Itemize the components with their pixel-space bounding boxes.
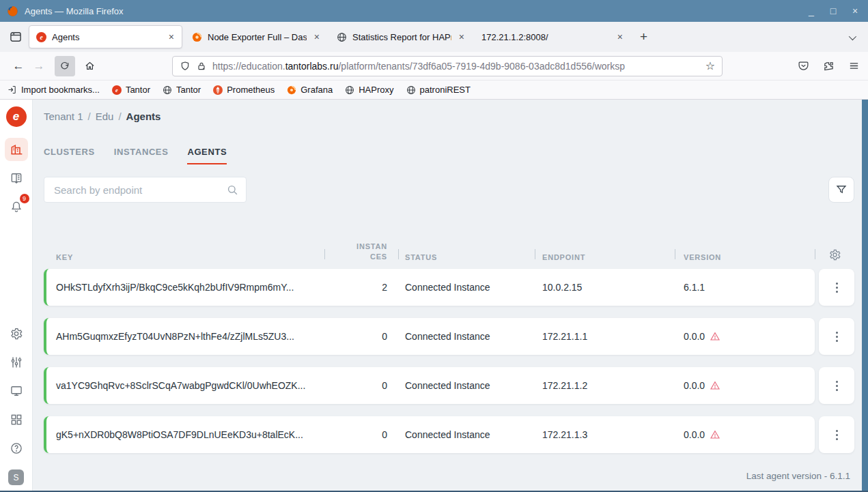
column-header-version[interactable]: VERSION [675,253,815,261]
firefox-view-button[interactable] [5,27,26,47]
sidebar-item-apps[interactable] [5,408,28,431]
column-header-status[interactable]: STATUS [398,253,535,261]
sidebar-item-parameters[interactable] [5,351,28,374]
agent-status: Connected Instance [398,429,535,440]
search-input[interactable] [54,184,226,196]
column-header-endpoint[interactable]: ENDPOINT [535,253,675,261]
tab-label: 172.21.1.2:8008/ [481,32,610,42]
notification-badge: 9 [20,194,29,203]
tab-label: Statistics Report for HAPro [352,32,451,42]
column-header-instances[interactable]: INSTAN CES [324,242,398,261]
new-tab-button[interactable]: + [633,29,654,44]
tab-label: Agents [52,32,161,42]
list-all-tabs-button[interactable] [841,31,863,43]
lock-warning-icon[interactable] [196,61,207,72]
tab-clusters[interactable]: CLUSTERS [44,147,95,164]
tab-agents[interactable]: e Agents × [29,25,182,48]
bookmark-grafana[interactable]: Grafana [287,85,333,95]
shield-icon[interactable] [180,61,191,72]
table-row[interactable]: va1YC9GhqRvc+8SclrSCqA7wabgPgwdCKl/0UwhE… [44,367,868,404]
breadcrumb-current: Agents [126,111,161,122]
row-menu-button[interactable] [819,416,854,453]
agent-endpoint: 172.21.1.1 [535,331,675,342]
maximize-button[interactable]: □ [827,5,839,16]
tab-agents-section[interactable]: AGENTS [187,147,227,164]
sidebar-item-help[interactable] [5,437,28,460]
forward-button[interactable]: → [29,56,49,76]
tab-close-icon[interactable]: × [615,31,625,42]
bookmark-import[interactable]: Import bookmarks... [7,85,100,95]
app-sidebar: e 9 [0,100,33,491]
extensions-puzzle-icon[interactable] [823,60,835,72]
bookmark-tantor[interactable]: e Tantor [112,85,150,95]
bookmark-haproxy[interactable]: HAProxy [345,85,393,95]
globe-icon [345,85,354,95]
tab-close-icon[interactable]: × [312,31,322,42]
table-row[interactable]: AHm5GuqmxzEfyzT04UvN8PzN+lthFe4/zZjlMLs5… [44,318,868,355]
tab-statistics-report[interactable]: Statistics Report for HAPro × [330,25,472,48]
tab-ip-8008[interactable]: 172.21.1.2:8008/ × [475,25,630,48]
agent-instances: 2 [324,282,398,293]
back-button[interactable]: ← [8,56,29,76]
reload-button[interactable] [55,56,75,76]
section-tabs: CLUSTERS INSTANCES AGENTS [44,147,868,164]
url-bar[interactable]: https://education.tantorlabs.ru/platform… [172,56,723,76]
search-icon[interactable] [226,184,239,197]
page-scrollbar[interactable] [862,100,868,491]
column-settings-button[interactable] [815,248,854,261]
sidebar-item-tenants[interactable] [5,138,28,161]
sliders-icon [10,356,23,369]
funnel-icon [835,184,848,196]
agent-version: 0.0.0 [675,331,815,342]
svg-text:e: e [40,33,42,40]
titlebar: Agents — Mozilla Firefox _ □ × [0,0,868,22]
kebab-icon [836,430,838,440]
svg-text:e: e [115,87,118,93]
tab-close-icon[interactable]: × [167,31,176,42]
agent-endpoint: 172.21.1.3 [535,429,675,440]
table-row[interactable]: gK5+nXDR0bQ8W8PtiOSA7DF9DLnUEeKD3u+8talE… [44,416,868,453]
tantor-favicon: e [36,32,46,42]
filter-button[interactable] [828,177,854,203]
sidebar-item-notifications[interactable]: 9 [5,195,28,218]
bookmark-star-icon[interactable]: ☆ [705,59,715,72]
kebab-icon [836,283,838,293]
tantor-logo[interactable]: e [6,106,27,127]
user-avatar[interactable]: S [8,469,24,485]
table-row[interactable]: OHkSTLdyfXrh3ijP/BkqC9ce5kKqh2bUfIV9Rmpm… [44,269,868,306]
column-header-key[interactable]: KEY [44,253,324,261]
tantor-favicon: e [112,85,122,95]
menu-hamburger-icon[interactable] [848,60,860,72]
agent-key: AHm5GuqmxzEfyzT04UvN8PzN+lthFe4/zZjlMLs5… [46,331,324,342]
row-menu-button[interactable] [819,318,854,355]
navigation-bar: ← → https://education.tantorlabs.ru/plat… [0,52,868,81]
gear-icon [828,248,841,261]
pocket-icon[interactable] [798,60,809,72]
row-menu-button[interactable] [819,367,854,404]
tab-close-icon[interactable]: × [457,31,466,42]
building-icon [10,143,23,156]
breadcrumb-edu[interactable]: Edu [96,111,114,122]
tab-node-exporter[interactable]: Node Exporter Full – Dash × [185,25,327,48]
bookmark-patronirest[interactable]: patroniREST [406,85,471,95]
sidebar-item-monitoring[interactable] [5,379,28,403]
agent-status: Connected Instance [398,282,535,293]
agent-instances: 0 [324,429,398,440]
grid-icon [10,413,23,426]
version-warning-icon [710,380,720,391]
breadcrumb-tenant[interactable]: Tenant 1 [44,111,83,122]
kebab-icon [836,381,838,391]
agent-instances: 0 [324,380,398,391]
bookmark-prometheus[interactable]: Prometheus [213,85,275,95]
main-content: Tenant 1/Edu/Agents CLUSTERS INSTANCES A… [33,100,868,491]
home-button[interactable] [79,56,100,76]
close-button[interactable]: × [849,5,861,16]
bookmark-tantor-globe[interactable]: Tantor [163,85,201,95]
sidebar-item-docs[interactable] [5,167,28,190]
tab-instances[interactable]: INSTANCES [114,147,169,164]
minimize-button[interactable]: _ [805,5,817,16]
sidebar-item-settings[interactable] [5,322,28,345]
breadcrumb: Tenant 1/Edu/Agents [44,111,868,122]
agents-table: OHkSTLdyfXrh3ijP/BkqC9ce5kKqh2bUfIV9Rmpm… [44,269,868,453]
row-menu-button[interactable] [819,269,854,306]
